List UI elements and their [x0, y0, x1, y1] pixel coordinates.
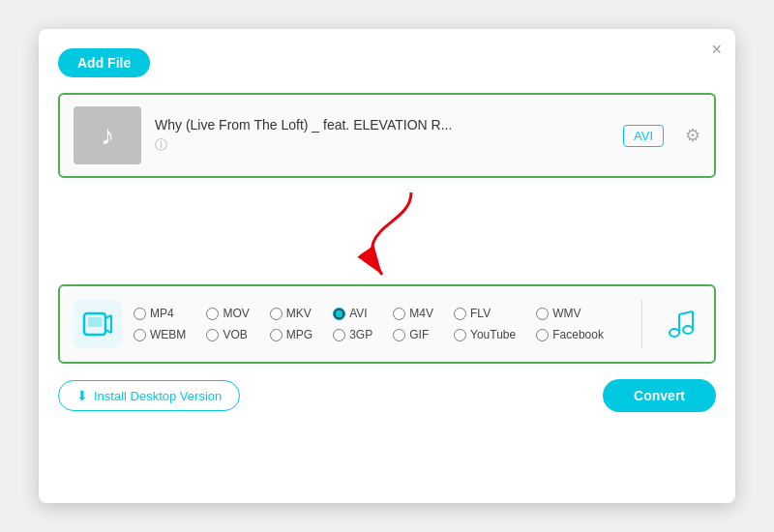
format-card: MP4 MOV MKV AVI M4V FLV WEBM VOB — [58, 284, 716, 364]
format-3gp[interactable]: 3GP — [333, 328, 391, 341]
video-format-icon — [74, 300, 122, 348]
install-desktop-label: Install Desktop Version — [94, 389, 222, 403]
format-flv[interactable]: FLV — [454, 307, 534, 320]
format-badge: AVI — [623, 125, 664, 147]
divider — [641, 300, 642, 348]
format-facebook[interactable]: Facebook — [536, 328, 622, 341]
format-mp4[interactable]: MP4 — [134, 307, 204, 320]
svg-point-8 — [683, 326, 693, 334]
file-card: ♪ Why (Live From The Loft) _ feat. ELEVA… — [58, 93, 716, 178]
file-info: Why (Live From The Loft) _ feat. ELEVATI… — [155, 117, 610, 154]
add-file-button[interactable]: Add File — [58, 48, 150, 77]
format-m4v[interactable]: M4V — [393, 307, 452, 320]
audio-icon[interactable] — [662, 305, 700, 343]
format-webm[interactable]: WEBM — [134, 328, 204, 341]
install-desktop-button[interactable]: ⬇ Install Desktop Version — [58, 380, 240, 411]
format-wmv[interactable]: WMV — [536, 307, 622, 320]
main-dialog: × Add File ♪ Why (Live From The Loft) _ … — [39, 29, 735, 503]
arrow-svg — [329, 188, 445, 284]
format-gif[interactable]: GIF — [393, 328, 452, 341]
format-mkv[interactable]: MKV — [270, 307, 331, 320]
bottom-bar: ⬇ Install Desktop Version Convert — [58, 379, 716, 412]
format-avi[interactable]: AVI — [333, 307, 391, 320]
convert-button[interactable]: Convert — [603, 379, 716, 412]
file-thumbnail: ♪ — [74, 106, 141, 164]
svg-point-7 — [670, 329, 679, 337]
svg-rect-2 — [88, 317, 102, 327]
settings-icon[interactable]: ⚙ — [685, 125, 700, 146]
format-vob[interactable]: VOB — [206, 328, 267, 341]
arrow-area — [58, 188, 716, 284]
format-grid: MP4 MOV MKV AVI M4V FLV WEBM VOB — [134, 307, 622, 341]
download-icon: ⬇ — [76, 388, 88, 403]
close-button[interactable]: × — [711, 41, 722, 58]
info-icon[interactable]: ⓘ — [155, 136, 610, 154]
format-mpg[interactable]: MPG — [270, 328, 331, 341]
format-mov[interactable]: MOV — [206, 307, 267, 320]
file-title: Why (Live From The Loft) _ feat. ELEVATI… — [155, 117, 610, 133]
svg-line-11 — [679, 311, 693, 314]
format-youtube[interactable]: YouTube — [454, 328, 534, 341]
